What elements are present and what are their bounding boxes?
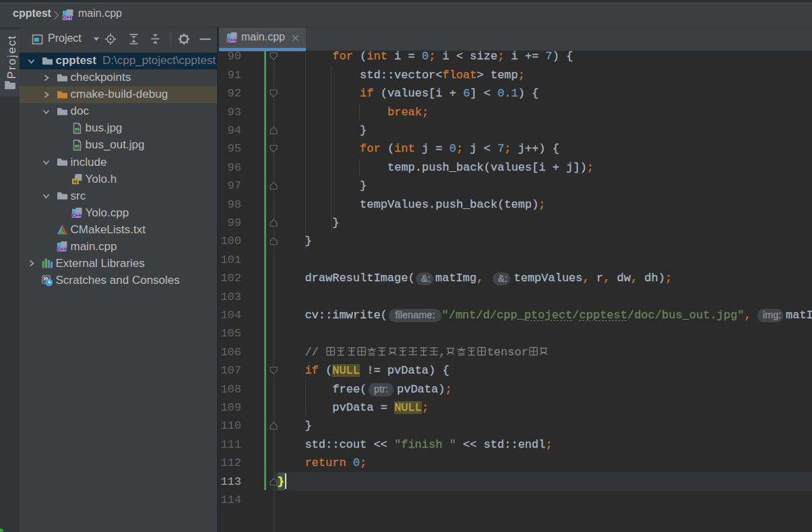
svg-text:C++: C++	[72, 213, 81, 218]
svg-text:C++: C++	[63, 14, 72, 20]
svg-text:H: H	[73, 179, 77, 185]
svg-text:C++: C++	[57, 247, 66, 252]
svg-text:C++: C++	[227, 38, 236, 42]
